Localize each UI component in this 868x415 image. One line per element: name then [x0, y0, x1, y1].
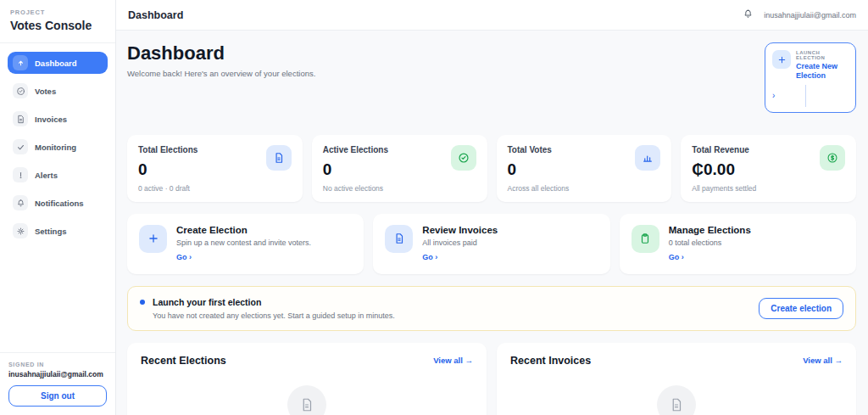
action-text: Manage Elections 0 total elections Go › — [669, 225, 751, 263]
notifications-button[interactable] — [743, 8, 754, 22]
stat-card-total-revenue: Total Revenue ₵0.00 All payments settled — [681, 135, 856, 202]
check-icon — [13, 139, 28, 154]
sidebar-item-label: Alerts — [35, 171, 58, 180]
chevron-right-icon: › — [772, 91, 775, 100]
stat-title: Total Revenue — [692, 145, 756, 154]
document-icon — [385, 225, 413, 253]
manage-elections-card[interactable]: Manage Elections 0 total elections Go › — [620, 214, 856, 274]
banner-text: Launch your first election You have not … — [153, 297, 395, 320]
topbar-right: inusahnajjiulaii@gmail.com — [743, 8, 856, 22]
sidebar-item-label: Dashboard — [35, 59, 77, 68]
sidebar-item-settings[interactable]: Settings — [8, 220, 108, 242]
check-circle-icon — [13, 83, 28, 98]
stat-subtitle: 0 active · 0 draft — [138, 184, 198, 193]
plus-icon — [139, 225, 167, 253]
bar-chart-icon — [635, 145, 660, 171]
action-title: Review Invoices — [422, 225, 498, 235]
stat-value: 0 — [323, 160, 388, 179]
stat-subtitle: All payments settled — [692, 184, 756, 193]
sidebar-footer: SIGNED IN inusahnajjiulaii@gmail.com Sig… — [0, 352, 115, 415]
action-desc: Spin up a new contest and invite voters. — [176, 238, 311, 247]
section-header: Recent Invoices View all → — [510, 355, 843, 367]
sign-out-button[interactable]: Sign out — [8, 385, 107, 407]
arrow-up-icon — [13, 55, 28, 70]
sidebar-item-monitoring[interactable]: Monitoring — [8, 136, 108, 158]
review-invoices-card[interactable]: Review Invoices All invoices paid Go › — [373, 214, 609, 274]
stat-subtitle: No active elections — [323, 184, 388, 193]
gear-icon — [13, 223, 28, 238]
signed-in-label: SIGNED IN — [8, 362, 107, 367]
document-icon — [13, 111, 28, 126]
stat-value: ₵0.00 — [692, 160, 756, 179]
alert-icon — [13, 167, 28, 182]
section-title: Recent Elections — [141, 355, 226, 367]
signed-in-email: inusahnajjiulaii@gmail.com — [8, 370, 107, 379]
dashboard-content: Dashboard Welcome back! Here's an overvi… — [116, 31, 868, 415]
sidebar-item-label: Monitoring — [35, 143, 76, 152]
sidebar-item-label: Votes — [35, 87, 56, 96]
stat-value: 0 — [138, 160, 198, 179]
section-header: Recent Elections View all → — [141, 355, 473, 367]
empty-state: No invoices yet — [510, 385, 843, 415]
action-text: Review Invoices All invoices paid Go › — [422, 225, 498, 263]
launch-card-text: LAUNCH ELECTION Create New Election — [796, 50, 849, 81]
section-title: Recent Invoices — [510, 355, 591, 367]
create-election-card[interactable]: Create Election Spin up a new contest an… — [127, 214, 364, 274]
page-header-row: Dashboard Welcome back! Here's an overvi… — [127, 42, 856, 113]
sidebar-nav: Dashboard Votes Invoices Monitoring — [0, 43, 115, 352]
stat-text: Active Elections 0 No active elections — [323, 145, 388, 193]
stat-title: Total Elections — [138, 145, 198, 154]
go-link[interactable]: Go › — [422, 253, 437, 261]
go-link[interactable]: Go › — [669, 253, 684, 261]
sidebar-item-invoices[interactable]: Invoices — [8, 108, 108, 130]
empty-document-icon — [287, 385, 326, 415]
first-election-banner: Launch your first election You have not … — [127, 286, 856, 331]
recent-elections-card: Recent Elections View all → No elections… — [127, 343, 487, 415]
create-new-election-label: Create New Election — [796, 62, 849, 81]
plus-icon — [772, 50, 791, 69]
action-title: Manage Elections — [669, 225, 751, 235]
stat-card-total-elections: Total Elections 0 0 active · 0 draft — [127, 135, 303, 202]
sidebar-header: PROJECT Votes Console — [0, 0, 115, 43]
launch-card-bottom: › — [772, 85, 849, 107]
sidebar-item-notifications[interactable]: Notifications — [8, 192, 108, 214]
create-new-election-card[interactable]: LAUNCH ELECTION Create New Election › — [765, 42, 856, 113]
recent-invoices-card: Recent Invoices View all → No invoices y… — [497, 343, 856, 415]
action-title: Create Election — [176, 225, 311, 235]
stat-title: Total Votes — [508, 145, 570, 154]
sidebar-item-label: Notifications — [35, 199, 84, 208]
create-election-button[interactable]: Create election — [759, 298, 843, 319]
check-circle-icon — [451, 145, 476, 171]
action-desc: All invoices paid — [422, 238, 498, 247]
go-link[interactable]: Go › — [176, 253, 192, 261]
quick-actions-row: Create Election Spin up a new contest an… — [127, 214, 856, 274]
app-title: Votes Console — [10, 19, 105, 32]
action-text: Create Election Spin up a new contest an… — [176, 225, 311, 263]
sidebar-item-dashboard[interactable]: Dashboard — [8, 52, 108, 74]
sidebar-item-alerts[interactable]: Alerts — [8, 164, 108, 186]
clipboard-icon — [632, 225, 659, 253]
stat-title: Active Elections — [323, 145, 388, 154]
page-subtitle: Welcome back! Here's an overview of your… — [127, 69, 315, 78]
sidebar-item-label: Settings — [35, 227, 66, 236]
topbar: Dashboard inusahnajjiulaii@gmail.com — [116, 0, 868, 31]
document-icon — [266, 145, 292, 171]
sidebar-item-votes[interactable]: Votes — [8, 80, 108, 102]
project-label: PROJECT — [10, 8, 105, 16]
view-all-link[interactable]: View all → — [803, 356, 843, 365]
launch-election-eyebrow: LAUNCH ELECTION — [796, 50, 849, 60]
user-email: inusahnajjiulaii@gmail.com — [764, 11, 856, 20]
page-title: Dashboard — [127, 42, 315, 64]
bell-icon — [13, 195, 28, 210]
main-column: Dashboard inusahnajjiulaii@gmail.com Das… — [116, 0, 868, 415]
stat-subtitle: Across all elections — [508, 184, 570, 193]
decorative-line — [805, 85, 806, 107]
stat-value: 0 — [508, 160, 570, 179]
recent-sections-row: Recent Elections View all → No elections… — [127, 343, 856, 415]
banner-title: Launch your first election — [153, 297, 395, 307]
banner-left: Launch your first election You have not … — [140, 297, 395, 320]
launch-card-top: LAUNCH ELECTION Create New Election — [772, 50, 849, 81]
sidebar: PROJECT Votes Console Dashboard Votes — [0, 0, 116, 415]
bullet-dot-icon — [140, 300, 145, 305]
view-all-link[interactable]: View all → — [433, 356, 473, 365]
